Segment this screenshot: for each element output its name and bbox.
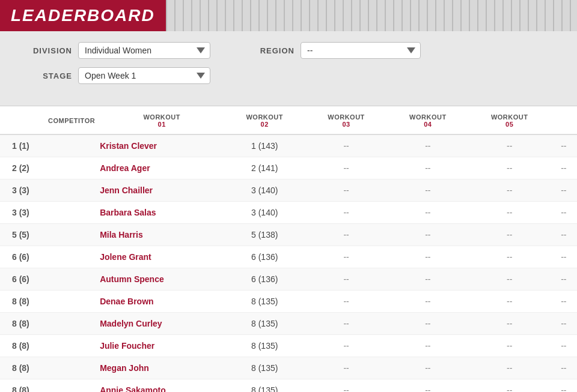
rank-cell: 8 (8) — [0, 379, 100, 393]
workout-4-cell: -- — [469, 157, 551, 179]
rank-cell: 2 (2) — [0, 157, 100, 179]
competitor-link[interactable]: Jenn Chailler — [100, 185, 153, 195]
competitor-name-cell: Jenn Chailler — [100, 179, 224, 202]
workout-3-cell: -- — [387, 313, 469, 335]
workout-1-cell: 6 (136) — [224, 246, 305, 268]
workout05-header: WORKOUT 05 — [469, 106, 551, 134]
workout-2-cell: -- — [305, 313, 387, 335]
competitor-name-cell: Mila Harris — [100, 224, 224, 246]
table-row: 8 (8)Denae Brown8 (135)-------- — [0, 291, 577, 313]
workout-5-cell: -- — [551, 313, 577, 335]
workout-5-cell: -- — [551, 268, 577, 291]
rank-cell: 3 (3) — [0, 179, 100, 202]
competitor-link[interactable]: Annie Sakamoto — [100, 385, 166, 392]
competitor-name-cell: Annie Sakamoto — [100, 379, 224, 393]
workout-5-cell: -- — [551, 224, 577, 246]
workout-3-cell: -- — [387, 246, 469, 268]
workout-3-cell: -- — [387, 291, 469, 313]
competitor-link[interactable]: Megan John — [100, 363, 149, 373]
competitor-link[interactable]: Andrea Ager — [100, 163, 150, 173]
header: LEADERBOARD — [0, 0, 577, 31]
workout-3-cell: -- — [387, 202, 469, 224]
workout-2-cell: -- — [305, 202, 387, 224]
workout-3-cell: -- — [387, 157, 469, 179]
region-select[interactable]: --North EastSouth EastNorth CentralSouth… — [301, 42, 421, 59]
region-label: REGION — [246, 46, 295, 55]
workout-1-cell: 3 (140) — [224, 202, 305, 224]
table-row: 1 (1)Kristan Clever1 (143)-------- — [0, 134, 577, 157]
workout-1-cell: 8 (135) — [224, 291, 305, 313]
table-row: 2 (2)Andrea Ager2 (141)-------- — [0, 157, 577, 179]
rank-cell: 1 (1) — [0, 134, 100, 157]
workout-5-cell: -- — [551, 202, 577, 224]
workout-1-cell: 6 (136) — [224, 268, 305, 291]
workout-2-cell: -- — [305, 179, 387, 202]
workout-2-cell: -- — [305, 134, 387, 157]
division-select[interactable]: Individual WomenIndividual MenMasters Wo… — [78, 42, 210, 59]
competitor-link[interactable]: Barbara Salas — [100, 208, 156, 217]
workout-1-cell: 8 (135) — [224, 335, 305, 357]
rank-cell: 8 (8) — [0, 291, 100, 313]
rank-cell: 8 (8) — [0, 335, 100, 357]
workout-5-cell: -- — [551, 291, 577, 313]
competitor-link[interactable]: Denae Brown — [100, 297, 153, 306]
workout-5-cell: -- — [551, 379, 577, 393]
competitor-link[interactable]: Madelyn Curley — [100, 319, 162, 328]
competitor-link[interactable]: Kristan Clever — [100, 141, 157, 151]
workout-1-cell: 8 (135) — [224, 313, 305, 335]
controls-area: DIVISION Individual WomenIndividual MenM… — [0, 31, 577, 100]
workout-4-cell: -- — [469, 246, 551, 268]
workout-5-cell: -- — [551, 157, 577, 179]
table-row: 6 (6)Autumn Spence6 (136)-------- — [0, 268, 577, 291]
competitor-name-cell: Megan John — [100, 357, 224, 379]
table-body: 1 (1)Kristan Clever1 (143)--------2 (2)A… — [0, 134, 577, 392]
rank-cell: 6 (6) — [0, 246, 100, 268]
competitor-name-cell: Madelyn Curley — [100, 313, 224, 335]
workout-5-cell: -- — [551, 335, 577, 357]
competitor-link[interactable]: Autumn Spence — [100, 274, 164, 284]
competitor-header: COMPETITOR — [0, 106, 100, 134]
workout-3-cell: -- — [387, 268, 469, 291]
workout-1-cell: 3 (140) — [224, 179, 305, 202]
workout-5-cell: -- — [551, 179, 577, 202]
workout-5-cell: -- — [551, 246, 577, 268]
workout-2-cell: -- — [305, 335, 387, 357]
workout-2-cell: -- — [305, 291, 387, 313]
workout-2-cell: -- — [305, 224, 387, 246]
competitor-name-cell: Barbara Salas — [100, 202, 224, 224]
rank-cell: 6 (6) — [0, 268, 100, 291]
workout-1-cell: 2 (141) — [224, 157, 305, 179]
competitor-name-cell: Autumn Spence — [100, 268, 224, 291]
competitor-link[interactable]: Mila Harris — [100, 230, 143, 240]
workout-3-cell: -- — [387, 357, 469, 379]
workout-2-cell: -- — [305, 157, 387, 179]
workout-1-cell: 8 (135) — [224, 379, 305, 393]
competitor-name-cell: Jolene Grant — [100, 246, 224, 268]
workout-3-cell: -- — [387, 179, 469, 202]
rank-cell: 5 (5) — [0, 224, 100, 246]
leaderboard-table: COMPETITOR WORKOUT 01 WORKOUT 02 WORKOUT… — [0, 106, 577, 392]
workout-1-cell: 1 (143) — [224, 134, 305, 157]
competitor-link[interactable]: Jolene Grant — [100, 252, 151, 262]
workout-2-cell: -- — [305, 379, 387, 393]
workout-5-cell: -- — [551, 357, 577, 379]
workout03-header: WORKOUT 03 — [305, 106, 387, 134]
stage-select[interactable]: Open Week 1Open Week 2Open Week 3Open We… — [78, 67, 210, 84]
competitor-link[interactable]: Julie Foucher — [100, 341, 154, 351]
table-row: 8 (8)Madelyn Curley8 (135)-------- — [0, 313, 577, 335]
division-label: DIVISION — [24, 46, 72, 55]
workout-4-cell: -- — [469, 134, 551, 157]
table-row: 8 (8)Annie Sakamoto8 (135)-------- — [0, 379, 577, 393]
header-divider — [166, 0, 577, 31]
workout-3-cell: -- — [387, 224, 469, 246]
workout-4-cell: -- — [469, 379, 551, 393]
competitor-name-cell: Kristan Clever — [100, 134, 224, 157]
table-row: 6 (6)Jolene Grant6 (136)-------- — [0, 246, 577, 268]
workout-4-cell: -- — [469, 202, 551, 224]
table-row: 3 (3)Barbara Salas3 (140)-------- — [0, 202, 577, 224]
table-header: COMPETITOR WORKOUT 01 WORKOUT 02 WORKOUT… — [0, 106, 577, 134]
workout-4-cell: -- — [469, 357, 551, 379]
workout-2-cell: -- — [305, 268, 387, 291]
table-row: 8 (8)Megan John8 (135)-------- — [0, 357, 577, 379]
competitor-name-cell: Andrea Ager — [100, 157, 224, 179]
